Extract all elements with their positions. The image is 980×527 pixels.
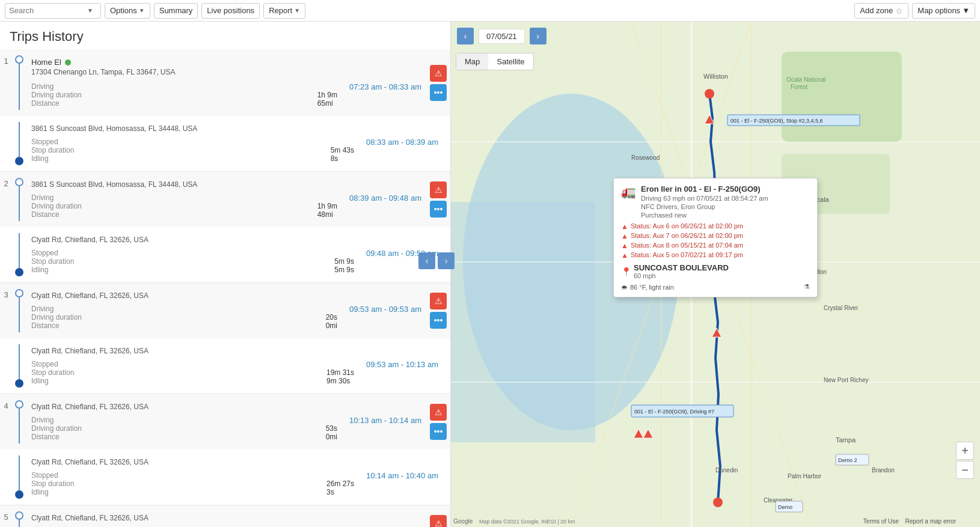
trip-line <box>19 455 20 490</box>
map-container[interactable]: ‹ 07/05/21 › Map Satellite <box>451 22 980 527</box>
timeline-2-bottom <box>12 227 26 282</box>
next-date-button[interactable]: › <box>530 28 547 44</box>
left-panel: Trips History 1 Home El <box>0 22 451 527</box>
circle-open-icon <box>15 400 23 409</box>
driving-info-2: Driving Driving duration Distance 1h 9m … <box>26 190 426 222</box>
trip-3-stopped: Clyatt Rd, Chiefland, FL 32626, USA Stop… <box>0 338 450 394</box>
weather-icon: 🌧 <box>621 284 628 291</box>
popup-location-speed: 60 mph <box>634 272 729 279</box>
alert-button[interactable]: ⚠ <box>430 293 447 309</box>
search-input[interactable] <box>9 6 87 15</box>
svg-text:Demo: Demo <box>778 504 792 510</box>
trip-line <box>19 186 20 221</box>
trips-list[interactable]: 1 Home El 17304 Chenango Ln, Tampa, FL 3… <box>0 49 450 527</box>
alert-triangle-icon: ▲ <box>621 232 628 240</box>
vehicle-address: 17304 Chenango Ln, Tampa, FL 33647, USA <box>26 68 426 79</box>
summary-button[interactable]: Summary <box>154 3 198 19</box>
drive-5-address: Clyatt Rd, Chiefland, FL 32626, USA <box>26 510 426 523</box>
trip-5-driving-content: Clyatt Rd, Chiefland, FL 32626, USA Driv… <box>26 505 426 527</box>
trip-3-driving-actions: ⚠ ••• <box>426 283 450 338</box>
map-view-tabs: Map Satellite <box>456 53 534 70</box>
trip-number-3: 3 <box>0 283 12 338</box>
alert-button[interactable]: ⚠ <box>430 404 447 421</box>
trip-2-stopped: Clyatt Rd, Chiefland, FL 32626, USA Stop… <box>0 227 450 282</box>
svg-text:Palm Harbor: Palm Harbor <box>788 473 822 480</box>
trip-number-5: 5 <box>0 505 12 527</box>
search-bar[interactable]: ▼ <box>5 3 101 19</box>
drive-3-address: Clyatt Rd, Chiefland, FL 32626, USA <box>26 288 426 301</box>
circle-filled-icon <box>15 379 23 388</box>
timeline-3-bottom <box>12 338 26 394</box>
svg-text:Brandon: Brandon <box>872 467 895 474</box>
alert-button[interactable]: ⚠ <box>430 181 447 198</box>
prev-date-button[interactable]: ‹ <box>457 28 474 44</box>
trip-2-driving-actions: ⚠ ••• <box>426 172 450 227</box>
star-icon: ☆ <box>895 6 903 16</box>
trip-line <box>19 64 20 110</box>
flask-icon: ⚗ <box>804 283 810 291</box>
alert-triangle-icon: ▲ <box>621 222 628 231</box>
trip-3-driving: 3 Clyatt Rd, Chiefland, FL 32626, USA Dr… <box>0 283 450 338</box>
popup-title-area: Eron Iler in 001 - El - F-250(GO9) Drivi… <box>641 184 768 219</box>
scroll-left-button[interactable]: ‹ <box>418 252 435 269</box>
more-button[interactable]: ••• <box>430 312 447 329</box>
page-title: Trips History <box>0 22 450 49</box>
trip-line <box>19 409 20 443</box>
trip-5-driving-actions: ⚠ ••• <box>426 505 450 527</box>
popup-header: 🚛 Eron Iler in 001 - El - F-250(GO9) Dri… <box>621 184 810 219</box>
popup-weather: 🌧 86 °F, light rain ⚗ <box>621 283 810 291</box>
stopped-info-2: Stopped Stop duration Idling 5m 9s 5m 9s <box>26 245 443 278</box>
driving-info-5: Driving Driving duration Distance 1m 14s… <box>26 523 426 527</box>
add-zone-button[interactable]: Add zone ☆ <box>854 3 908 19</box>
trip-number-1: 1 <box>0 49 12 116</box>
options-button[interactable]: Options ▼ <box>105 3 150 19</box>
alert-button[interactable]: ⚠ <box>430 65 447 82</box>
driving-info-3: Driving Driving duration Distance 20s 0m… <box>26 301 426 334</box>
stop-address: 3861 S Suncoast Blvd, Homosassa, FL 3444… <box>26 121 443 134</box>
popup-subtitle-1: Driving 63 mph on 07/05/21 at 08:54:27 a… <box>641 195 768 202</box>
svg-text:Forest: Forest <box>791 84 808 90</box>
circle-filled-icon <box>15 157 23 165</box>
location-icon: 📍 <box>621 267 631 276</box>
trip-2-driving: 2 3861 S Suncoast Blvd, Homosassa, FL 34… <box>0 172 450 227</box>
trip-2-driving-content: 3861 S Suncoast Blvd, Homosassa, FL 3444… <box>26 172 426 227</box>
tab-satellite[interactable]: Satellite <box>488 53 533 70</box>
more-button[interactable]: ••• <box>430 423 447 440</box>
tab-map[interactable]: Map <box>456 53 488 70</box>
timeline-1-bottom <box>12 116 26 171</box>
map-options-button[interactable]: Map options ▼ <box>912 3 975 19</box>
scroll-right-button[interactable]: › <box>438 252 451 269</box>
timeline-4-bottom <box>12 449 26 505</box>
more-button[interactable]: ••• <box>430 201 447 218</box>
popup-alert-2: ▲ Status: Aux 7 on 06/26/21 at 02:00 pm <box>621 232 810 240</box>
trip-1-driving-actions: ⚠ ••• <box>426 49 450 116</box>
trip-3-driving-content: Clyatt Rd, Chiefland, FL 32626, USA Driv… <box>26 283 426 338</box>
svg-rect-2 <box>451 202 595 442</box>
online-indicator <box>65 59 71 65</box>
live-positions-button[interactable]: Live positions <box>201 3 260 19</box>
search-dropdown-icon[interactable]: ▼ <box>87 7 93 14</box>
popup-location: 📍 SUNCOAST BOULEVARD 60 mph <box>621 263 810 279</box>
popup-alert-4: ▲ Status: Aux 5 on 07/02/21 at 09:17 pm <box>621 251 810 260</box>
trip-group-1: 1 Home El 17304 Chenango Ln, Tampa, FL 3… <box>0 49 450 172</box>
trip-line <box>19 520 20 527</box>
trip-4-driving-actions: ⚠ ••• <box>426 394 450 449</box>
more-button[interactable]: ••• <box>430 84 447 101</box>
right-nav: Add zone ☆ Map options ▼ <box>854 3 975 19</box>
trip-4-stopped-actions <box>443 449 450 505</box>
zoom-in-button[interactable]: + <box>956 442 974 460</box>
circle-filled-icon <box>15 490 23 499</box>
circle-open-icon <box>15 511 23 520</box>
trip-line <box>19 297 20 332</box>
zoom-out-button[interactable]: − <box>956 461 974 479</box>
popup-subtitle-2: NFC Drivers, Eron Group <box>641 203 768 210</box>
alert-button[interactable]: ⚠ <box>430 515 447 527</box>
terms-link[interactable]: Terms of Use Report a map error <box>863 518 956 525</box>
trip-number-empty <box>0 227 12 282</box>
trip-group-5: 5 Clyatt Rd, Chiefland, FL 32626, USA Dr… <box>0 505 450 527</box>
report-button[interactable]: Report ▼ <box>263 3 305 19</box>
driving-info-4: Driving Driving duration Distance 53s 0m… <box>26 412 426 445</box>
stop-4-address: Clyatt Rd, Chiefland, FL 32626, USA <box>26 454 443 468</box>
timeline-4-top <box>12 394 26 449</box>
circle-open-icon <box>15 55 23 64</box>
